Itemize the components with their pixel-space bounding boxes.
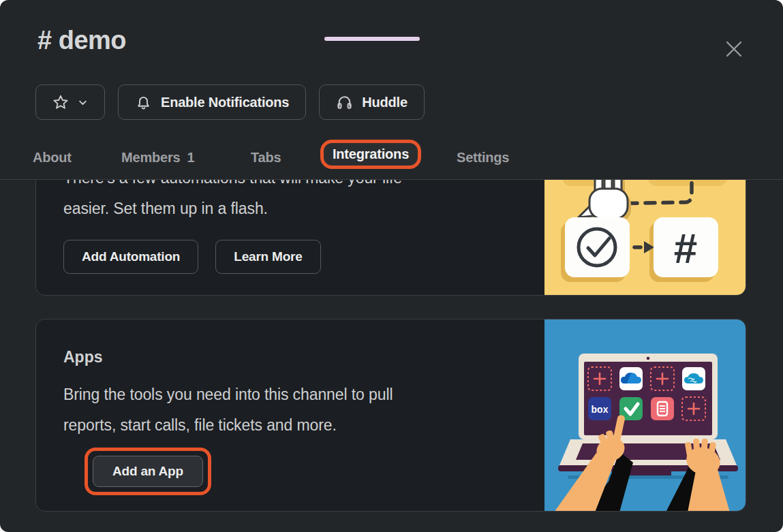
action-bar: Enable Notifications Huddle bbox=[35, 84, 425, 120]
star-channel-button[interactable] bbox=[35, 84, 105, 120]
members-count: 1 bbox=[187, 150, 194, 165]
annotation-ring-integrations: Integrations bbox=[320, 140, 421, 169]
integrations-panel: There’s a few automations that will make… bbox=[0, 180, 783, 532]
add-an-app-button[interactable]: Add an App bbox=[93, 456, 203, 487]
add-automation-button[interactable]: Add Automation bbox=[63, 240, 198, 274]
hash-glyph: # bbox=[674, 225, 697, 272]
workflow-illustration-svg: # bbox=[544, 180, 746, 295]
tab-bar: About Members1 Tabs Integrations Setting… bbox=[0, 138, 783, 179]
huddle-label: Huddle bbox=[362, 95, 408, 110]
apps-laptop-svg: box bbox=[544, 319, 746, 511]
app-tile-box: box bbox=[588, 397, 611, 420]
close-icon bbox=[723, 38, 745, 62]
page-title: # demo bbox=[37, 26, 126, 55]
apps-illustration: box bbox=[544, 319, 746, 511]
learn-more-button[interactable]: Learn More bbox=[215, 240, 320, 274]
annotation-ring-add-app: Add an App bbox=[85, 448, 211, 495]
apps-card: Apps Bring the tools you need into this … bbox=[35, 319, 746, 512]
check-circle-tile bbox=[565, 217, 630, 277]
tab-members[interactable]: Members1 bbox=[121, 150, 194, 166]
channel-details-dialog: # demo Enable Notifications bbox=[0, 0, 783, 532]
app-tile-onedrive bbox=[619, 367, 643, 390]
huddle-button[interactable]: Huddle bbox=[319, 84, 425, 120]
enable-notifications-button[interactable]: Enable Notifications bbox=[118, 84, 306, 120]
app-tile-document bbox=[651, 397, 674, 420]
headphones-icon bbox=[336, 94, 353, 111]
app-tile-salesforce bbox=[682, 367, 705, 390]
tab-integrations[interactable]: Integrations bbox=[333, 146, 409, 161]
automations-description: There’s a few automations that will make… bbox=[63, 180, 402, 224]
box-label: box bbox=[592, 404, 609, 415]
active-tab-underline bbox=[324, 37, 420, 41]
tab-settings[interactable]: Settings bbox=[457, 150, 509, 166]
enable-notifications-label: Enable Notifications bbox=[161, 95, 289, 110]
star-icon bbox=[52, 94, 69, 110]
close-button[interactable] bbox=[721, 37, 747, 63]
automation-illustration: # bbox=[544, 180, 746, 295]
apps-heading: Apps bbox=[63, 348, 103, 366]
laptop-camera bbox=[647, 357, 650, 360]
bell-icon bbox=[135, 94, 152, 111]
apps-description: Bring the tools you need into this chann… bbox=[63, 379, 393, 441]
automations-card: There’s a few automations that will make… bbox=[35, 180, 746, 296]
header-divider bbox=[0, 179, 783, 180]
chevron-down-icon bbox=[78, 97, 88, 108]
tab-about[interactable]: About bbox=[33, 150, 72, 166]
tab-tabs[interactable]: Tabs bbox=[251, 150, 281, 166]
